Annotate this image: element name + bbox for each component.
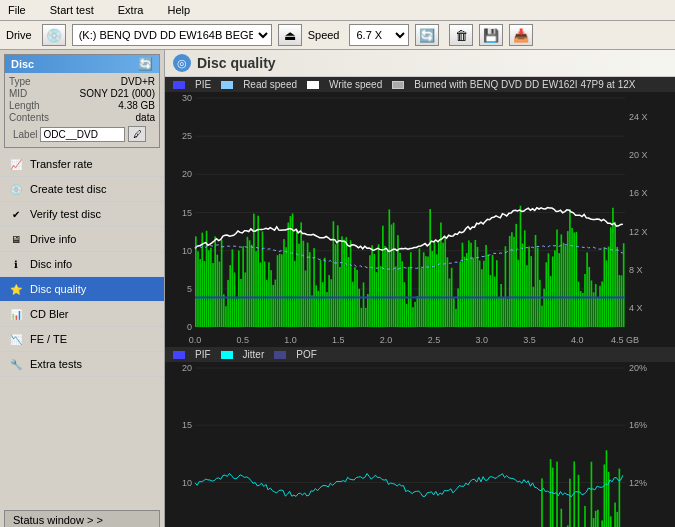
disc-panel: Disc 🔄 Type DVD+R MID SONY D21 (000) Len…: [4, 54, 160, 148]
create-test-icon: 💿: [8, 181, 24, 197]
legend-pif-color: [173, 351, 185, 359]
menu-file[interactable]: File: [4, 2, 30, 18]
menu-extra[interactable]: Extra: [114, 2, 148, 18]
disc-panel-title: Disc: [11, 58, 34, 70]
nav-create-test-label: Create test disc: [30, 183, 106, 195]
drive-select[interactable]: (K:) BENQ DVD DD EW164B BEGB: [72, 24, 272, 46]
legend-pie-color: [173, 81, 185, 89]
disc-panel-header: Disc 🔄: [5, 55, 159, 73]
legend-pof-color: [274, 351, 286, 359]
disc-mid-row: MID SONY D21 (000): [9, 88, 155, 99]
disc-label-key: Label: [13, 129, 37, 140]
content-title: Disc quality: [197, 55, 276, 71]
drive-info-icon: 🖥: [8, 231, 24, 247]
refresh-btn[interactable]: 🔄: [415, 24, 439, 46]
fe-te-icon: 📉: [8, 331, 24, 347]
legend-read-color: [221, 81, 233, 89]
nav-fe-te-label: FE / TE: [30, 333, 67, 345]
sidebar: Disc 🔄 Type DVD+R MID SONY D21 (000) Len…: [0, 50, 165, 527]
legend-burned-color: [392, 81, 404, 89]
disc-type-value: DVD+R: [121, 76, 155, 87]
main-layout: Disc 🔄 Type DVD+R MID SONY D21 (000) Len…: [0, 50, 675, 527]
disc-mid-label: MID: [9, 88, 27, 99]
verify-test-icon: ✔: [8, 206, 24, 222]
nav-cd-bler[interactable]: 📊 CD Bler: [0, 302, 164, 327]
speed-label: Speed: [308, 29, 340, 41]
status-window-button[interactable]: Status window > >: [4, 510, 160, 527]
legend-burned-label: Burned with BENQ DVD DD EW162I 47P9 at 1…: [414, 79, 635, 90]
nav-fe-te[interactable]: 📉 FE / TE: [0, 327, 164, 352]
content-area: ◎ Disc quality PIE Read speed Write spee…: [165, 50, 675, 527]
drive-label: Drive: [6, 29, 32, 41]
disc-quality-header-icon: ◎: [173, 54, 191, 72]
nav-extra-tests[interactable]: 🔧 Extra tests: [0, 352, 164, 377]
pif-chart: [165, 362, 675, 527]
content-header: ◎ Disc quality: [165, 50, 675, 77]
nav-disc-info-label: Disc info: [30, 258, 72, 270]
disc-refresh-icon[interactable]: 🔄: [138, 57, 153, 71]
erase-btn[interactable]: 🗑: [449, 24, 473, 46]
save-btn[interactable]: 📥: [509, 24, 533, 46]
nav-disc-info[interactable]: ℹ Disc info: [0, 252, 164, 277]
burn-btn[interactable]: 💾: [479, 24, 503, 46]
legend-jitter-label: Jitter: [243, 349, 265, 360]
nav-disc-quality[interactable]: ⭐ Disc quality: [0, 277, 164, 302]
legend-read-label: Read speed: [243, 79, 297, 90]
legend-write-color: [307, 81, 319, 89]
nav-disc-quality-label: Disc quality: [30, 283, 86, 295]
disc-info-icon: ℹ: [8, 256, 24, 272]
nav-drive-info-label: Drive info: [30, 233, 76, 245]
legend-pof-label: POF: [296, 349, 317, 360]
disc-contents-value: data: [136, 112, 155, 123]
menu-bar: File Start test Extra Help: [0, 0, 675, 21]
menu-start-test[interactable]: Start test: [46, 2, 98, 18]
drive-icon-btn[interactable]: 💿: [42, 24, 66, 46]
legend-jitter-color: [221, 351, 233, 359]
menu-help[interactable]: Help: [163, 2, 194, 18]
disc-contents-label: Contents: [9, 112, 49, 123]
disc-label-icon-btn[interactable]: 🖊: [128, 126, 146, 142]
nav-transfer-rate-label: Transfer rate: [30, 158, 93, 170]
cd-bler-icon: 📊: [8, 306, 24, 322]
nav-verify-test[interactable]: ✔ Verify test disc: [0, 202, 164, 227]
nav-extra-tests-label: Extra tests: [30, 358, 82, 370]
disc-label-input[interactable]: [40, 127, 125, 142]
legend-write-label: Write speed: [329, 79, 382, 90]
nav-drive-info[interactable]: 🖥 Drive info: [0, 227, 164, 252]
toolbar: Drive 💿 (K:) BENQ DVD DD EW164B BEGB ⏏ S…: [0, 21, 675, 50]
nav-create-test[interactable]: 💿 Create test disc: [0, 177, 164, 202]
disc-quality-icon: ⭐: [8, 281, 24, 297]
legend-pif-label: PIF: [195, 349, 211, 360]
disc-info-table: Type DVD+R MID SONY D21 (000) Length 4.3…: [5, 73, 159, 147]
speed-select[interactable]: 6.7 X: [349, 24, 409, 46]
nav-cd-bler-label: CD Bler: [30, 308, 69, 320]
disc-length-label: Length: [9, 100, 40, 111]
nav-transfer-rate[interactable]: 📈 Transfer rate: [0, 152, 164, 177]
disc-contents-row: Contents data: [9, 112, 155, 123]
extra-tests-icon: 🔧: [8, 356, 24, 372]
disc-label-row: Label 🖊: [9, 124, 155, 144]
disc-type-label: Type: [9, 76, 31, 87]
disc-length-value: 4.38 GB: [118, 100, 155, 111]
pie-chart: [165, 92, 675, 347]
legend-pie-label: PIE: [195, 79, 211, 90]
disc-length-row: Length 4.38 GB: [9, 100, 155, 111]
eject-btn[interactable]: ⏏: [278, 24, 302, 46]
disc-mid-value: SONY D21 (000): [80, 88, 155, 99]
nav-verify-test-label: Verify test disc: [30, 208, 101, 220]
charts-container: PIE Read speed Write speed Burned with B…: [165, 77, 675, 527]
disc-type-row: Type DVD+R: [9, 76, 155, 87]
transfer-rate-icon: 📈: [8, 156, 24, 172]
